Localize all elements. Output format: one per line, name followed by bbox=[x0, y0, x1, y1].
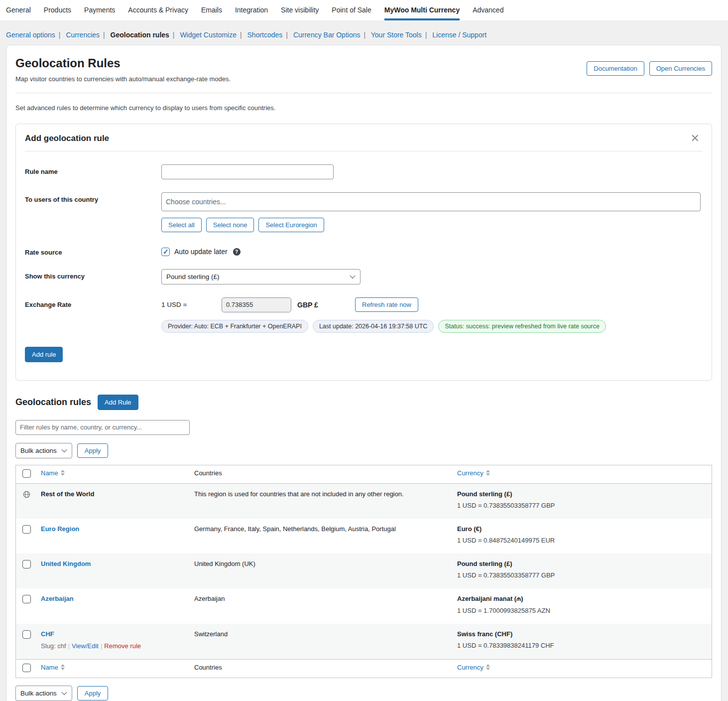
settings-top-nav: General Products Payments Accounts & Pri… bbox=[0, 0, 728, 20]
refresh-rate-button[interactable]: Refresh rate now bbox=[355, 297, 418, 312]
sort-by-name[interactable]: Name bbox=[41, 469, 65, 477]
select-all-checkbox[interactable] bbox=[22, 469, 31, 478]
bulk-actions-value: Bulk actions bbox=[20, 690, 57, 697]
rule-name-input[interactable] bbox=[161, 164, 334, 179]
tab-payments[interactable]: Payments bbox=[84, 0, 115, 20]
status-badge: Status: success: preview refreshed from … bbox=[438, 320, 606, 333]
select-euroregion-button[interactable]: Select Euroregion bbox=[258, 218, 324, 232]
last-update-badge: Last update: 2026-04-16 19:37:58 UTC bbox=[313, 320, 434, 333]
plugin-sub-nav: General options| Currencies| Geolocation… bbox=[0, 20, 728, 45]
row-checkbox[interactable] bbox=[22, 630, 31, 639]
add-rule-button-secondary[interactable]: Add Rule bbox=[98, 395, 138, 410]
tab-mywoo-multi-currency[interactable]: MyWoo Multi Currency bbox=[384, 0, 460, 20]
tab-emails[interactable]: Emails bbox=[201, 0, 222, 20]
chevron-down-icon bbox=[61, 447, 67, 452]
tab-site-visibility[interactable]: Site visibility bbox=[281, 0, 319, 20]
rule-name-label: Rule name bbox=[25, 164, 161, 179]
tab-products[interactable]: Products bbox=[44, 0, 71, 20]
subnav-currency-bar-options[interactable]: Currency Bar Options bbox=[293, 31, 361, 39]
sort-icon bbox=[486, 664, 490, 670]
subnav-separator: | bbox=[59, 31, 61, 39]
select-all-button[interactable]: Select all bbox=[161, 218, 202, 232]
rule-countries: Switzerland bbox=[189, 624, 452, 660]
row-checkbox[interactable] bbox=[22, 525, 31, 534]
sort-by-currency[interactable]: Currency bbox=[457, 469, 490, 477]
bulk-actions-select[interactable]: Bulk actions bbox=[15, 443, 72, 458]
view-edit-link[interactable]: View/Edit bbox=[72, 642, 99, 650]
sort-by-name-footer[interactable]: Name bbox=[41, 664, 65, 671]
filter-rules-input[interactable] bbox=[15, 420, 190, 435]
apply-button[interactable]: Apply bbox=[77, 443, 109, 458]
rule-name-link[interactable]: Azerbaijan bbox=[41, 595, 74, 602]
country-label: To users of this country bbox=[25, 192, 161, 232]
documentation-button[interactable]: Documentation bbox=[587, 61, 644, 76]
row-checkbox[interactable] bbox=[22, 560, 31, 568]
usd-prefix-label: 1 USD = bbox=[161, 301, 222, 308]
intro-text: Set advanced rules to determine which cu… bbox=[15, 104, 712, 112]
help-icon[interactable]: ? bbox=[233, 248, 241, 256]
chevron-down-icon bbox=[350, 273, 355, 279]
rule-currency: Pound sterling (£) bbox=[457, 490, 707, 498]
rule-name-link[interactable]: United Kingdom bbox=[41, 560, 91, 567]
subnav-geolocation-rules[interactable]: Geolocation rules bbox=[111, 31, 169, 39]
sort-icon bbox=[61, 664, 65, 670]
provider-badge: Provider: Auto: ECB + Frankfurter + Open… bbox=[161, 320, 308, 333]
open-currencies-button[interactable]: Open Currencies bbox=[649, 61, 712, 76]
rule-rate: 1 USD = 0.78339838241179 CHF bbox=[457, 642, 707, 649]
subnav-general-options[interactable]: General options bbox=[6, 31, 55, 39]
subnav-separator: | bbox=[364, 31, 365, 39]
rule-name-link[interactable]: Euro Region bbox=[41, 525, 79, 533]
sort-by-currency-footer[interactable]: Currency bbox=[457, 664, 490, 671]
chevron-down-icon bbox=[61, 690, 67, 695]
rule-countries: United Kingdom (UK) bbox=[189, 554, 452, 588]
remove-rule-link[interactable]: Remove rule bbox=[104, 642, 141, 650]
table-row-chf: CHF Slug: chf|View/Edit|Remove rule Swit… bbox=[16, 624, 712, 660]
add-rule-button[interactable]: Add rule bbox=[25, 347, 63, 362]
table-row-azerbaijan: Azerbaijan Azerbaijan Azerbaijani manat … bbox=[16, 588, 712, 624]
table-row-euro-region: Euro Region Germany, France, Italy, Spai… bbox=[16, 519, 712, 554]
subnav-license-support[interactable]: License / Support bbox=[432, 31, 486, 39]
tab-point-of-sale[interactable]: Point of Sale bbox=[332, 0, 371, 20]
rule-rate: 1 USD = 1.7000993825875 AZN bbox=[457, 607, 707, 614]
select-none-button[interactable]: Select none bbox=[206, 218, 254, 232]
select-all-checkbox-footer[interactable] bbox=[22, 664, 31, 672]
bulk-actions-select-bottom[interactable]: Bulk actions bbox=[15, 686, 72, 701]
tab-advanced[interactable]: Advanced bbox=[473, 0, 503, 20]
subnav-separator: | bbox=[240, 31, 242, 39]
apply-button-bottom[interactable]: Apply bbox=[77, 686, 109, 701]
subnav-separator: | bbox=[425, 31, 427, 39]
rule-currency: Euro (€) bbox=[457, 525, 707, 533]
auto-update-checkbox[interactable] bbox=[161, 248, 170, 256]
tab-general[interactable]: General bbox=[6, 0, 31, 20]
close-icon[interactable]: ✕ bbox=[688, 133, 703, 144]
subnav-your-store-tools[interactable]: Your Store Tools bbox=[371, 31, 422, 39]
rule-name: Rest of the World bbox=[41, 490, 94, 498]
rule-countries: This region is used for countries that a… bbox=[189, 483, 452, 519]
show-currency-label: Show this currency bbox=[25, 269, 161, 284]
tab-accounts-privacy[interactable]: Accounts & Privacy bbox=[128, 0, 188, 20]
rule-currency: Pound sterling (£) bbox=[457, 560, 707, 567]
rate-source-label: Rate source bbox=[25, 245, 161, 256]
page-title: Geolocation Rules bbox=[15, 56, 231, 71]
countries-column-footer: Countries bbox=[189, 659, 452, 678]
globe-icon bbox=[22, 490, 31, 499]
subnav-separator: | bbox=[103, 31, 105, 39]
subnav-shortcodes[interactable]: Shortcodes bbox=[247, 31, 283, 39]
row-checkbox[interactable] bbox=[22, 595, 31, 603]
subnav-currencies[interactable]: Currencies bbox=[66, 31, 100, 39]
sort-icon bbox=[486, 470, 490, 476]
rule-rate: 1 USD = 0.73835503358777 GBP bbox=[457, 502, 707, 509]
show-currency-value: Pound sterling (£) bbox=[166, 273, 220, 280]
choose-countries-input[interactable] bbox=[161, 192, 701, 211]
rule-rate: 1 USD = 0.73835503358777 GBP bbox=[457, 571, 707, 579]
tab-integration[interactable]: Integration bbox=[235, 0, 268, 20]
subnav-widget-customize[interactable]: Widget Customize bbox=[180, 31, 237, 39]
panel-title: Add geolocation rule bbox=[25, 134, 109, 143]
show-currency-select[interactable]: Pound sterling (£) bbox=[161, 269, 361, 284]
exchange-rate-input[interactable] bbox=[222, 297, 291, 312]
geolocation-rules-table: Name Countries Currency Rest of the Worl… bbox=[15, 465, 712, 678]
header-divider bbox=[15, 93, 712, 93]
rule-countries: Germany, France, Italy, Spain, Netherlan… bbox=[189, 519, 452, 554]
sort-icon bbox=[61, 470, 65, 476]
rule-name-link[interactable]: CHF bbox=[41, 630, 54, 638]
